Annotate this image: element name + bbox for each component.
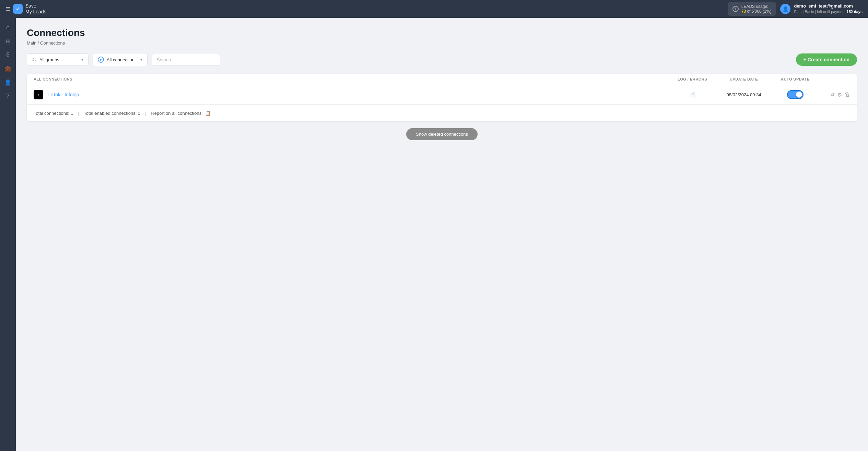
auto-update-toggle[interactable] <box>787 90 804 99</box>
log-cell: 📄 <box>672 92 713 98</box>
table-header: ALL CONNECTIONS LOG / ERRORS UPDATE DATE… <box>27 74 857 85</box>
total-connections: Total connections: 1 <box>34 111 73 116</box>
sidebar-item-home[interactable]: ⌂ <box>2 21 14 34</box>
sidebar-item-account[interactable]: 👤 <box>2 76 14 88</box>
connection-link[interactable]: TikTok - Infobip <box>47 92 79 97</box>
col-header-auto-update: AUTO UPDATE <box>775 77 816 81</box>
user-plan: Plan | Basic | left until payment 152 da… <box>794 9 863 14</box>
sidebar: ⌂ ⊞ $ 💼 👤 ? <box>0 18 16 451</box>
report-label: Report on all connections: <box>151 111 202 116</box>
leads-usage: i LEADS usage: 73 of 5'000 (1%) <box>728 2 776 16</box>
col-header-all-connections: ALL CONNECTIONS <box>34 77 672 81</box>
main-content: Connections Main / Connections 🗂 All gro… <box>16 18 868 451</box>
create-connection-label: + Create connection <box>804 57 849 62</box>
report-icon[interactable]: 📋 <box>205 110 211 116</box>
topbar: ☰ ✓ Save My Leads. i LEADS usage: 73 of … <box>0 0 868 18</box>
settings-icon[interactable]: ⚙ <box>837 92 842 98</box>
page-title: Connections <box>27 27 857 38</box>
breadcrumb-main[interactable]: Main <box>27 40 36 46</box>
user-info-area: 👤 demo_sml_test@gmail.com Plan | Basic |… <box>780 3 863 15</box>
tiktok-icon: ♪ <box>34 90 43 99</box>
sidebar-item-connections[interactable]: ⊞ <box>2 35 14 47</box>
sidebar-item-help[interactable]: ? <box>2 90 14 102</box>
actions-cell: ⧉ ⚙ 🗑 <box>816 92 850 98</box>
col-header-update-date: UPDATE DATE <box>713 77 775 81</box>
show-deleted-button[interactable]: Show deleted connections <box>406 128 478 140</box>
sidebar-item-integrations[interactable]: 💼 <box>2 62 14 75</box>
menu-icon[interactable]: ☰ <box>5 6 10 12</box>
auto-update-cell <box>775 90 816 99</box>
toggle-knob <box>796 92 802 98</box>
search-input[interactable] <box>152 54 220 66</box>
connection-name-cell: ♪ TikTok - Infobip <box>34 90 672 99</box>
sidebar-item-billing[interactable]: $ <box>2 49 14 61</box>
groups-label: All groups <box>39 57 59 62</box>
breadcrumb-current: Connections <box>40 40 65 46</box>
breadcrumb-separator: / <box>38 40 40 46</box>
copy-icon[interactable]: ⧉ <box>831 92 834 98</box>
user-avatar: 👤 <box>780 4 790 14</box>
connection-chevron: ▾ <box>140 58 142 62</box>
delete-icon[interactable]: 🗑 <box>845 92 850 98</box>
toolbar: 🗂 All groups ▾ ▶ All connection ▾ + Crea… <box>27 53 857 66</box>
table-footer: Total connections: 1 | Total enabled con… <box>27 105 857 121</box>
connection-label: All connection <box>107 57 134 62</box>
main-layout: ⌂ ⊞ $ 💼 👤 ? Connections Main / Connectio… <box>0 18 868 451</box>
info-icon: i <box>732 6 739 12</box>
play-icon: ▶ <box>98 57 104 63</box>
logo-area: ☰ ✓ Save My Leads. <box>5 3 724 15</box>
user-details: demo_sml_test@gmail.com Plan | Basic | l… <box>794 3 863 15</box>
logo-text: Save My Leads. <box>25 3 48 15</box>
groups-chevron: ▾ <box>81 58 83 62</box>
user-name: demo_sml_test@gmail.com <box>794 3 863 9</box>
leads-text: LEADS usage: 73 of 5'000 (1%) <box>741 4 772 14</box>
connection-status-dropdown[interactable]: ▶ All connection ▾ <box>93 53 148 66</box>
show-deleted-area: Show deleted connections <box>27 121 857 147</box>
show-deleted-label: Show deleted connections <box>416 132 468 137</box>
folder-icon: 🗂 <box>32 57 37 62</box>
total-enabled: Total enabled connections: 1 <box>84 111 140 116</box>
groups-dropdown[interactable]: 🗂 All groups ▾ <box>27 53 89 66</box>
create-connection-button[interactable]: + Create connection <box>796 53 857 66</box>
table-row: ♪ TikTok - Infobip 📄 08/02/2024 09:34 ⧉ … <box>27 85 857 105</box>
connections-table: ALL CONNECTIONS LOG / ERRORS UPDATE DATE… <box>27 74 857 121</box>
date-cell: 08/02/2024 09:34 <box>713 92 775 97</box>
logo-icon: ✓ <box>13 4 23 14</box>
breadcrumb: Main / Connections <box>27 40 857 46</box>
col-header-log: LOG / ERRORS <box>672 77 713 81</box>
log-icon[interactable]: 📄 <box>689 92 696 98</box>
